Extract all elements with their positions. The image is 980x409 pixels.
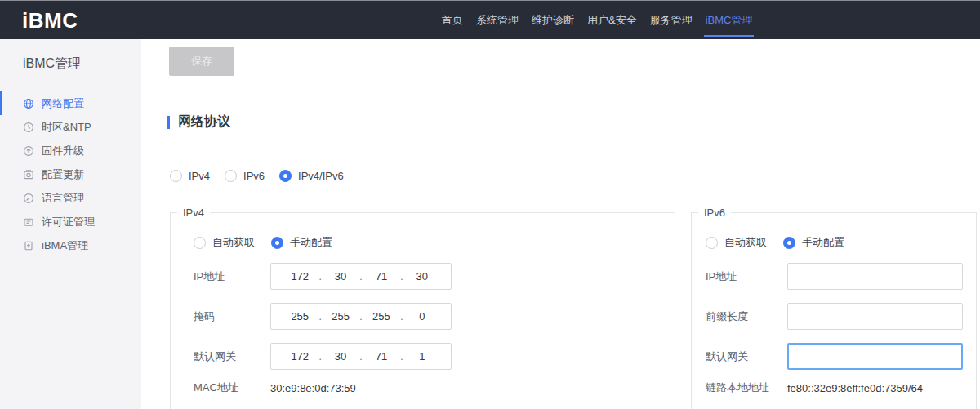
sidebar-item-label: 配置更新 — [42, 167, 84, 182]
radio-checked-icon — [271, 237, 283, 249]
sidebar-item-timezone-ntp[interactable]: 时区&NTP — [0, 115, 141, 139]
ipv4-mac-row: MAC地址 30:e9:8e:0d:73:59 — [171, 380, 675, 396]
ip-octet[interactable]: 71 — [363, 350, 401, 362]
sidebar: iBMC管理 网络配置 时区&NTP 固件升 — [0, 39, 141, 409]
nav-system-management[interactable]: 系统管理 — [476, 1, 519, 39]
ip-octet[interactable]: 172 — [281, 270, 319, 282]
sidebar-title: iBMC管理 — [23, 56, 141, 73]
sidebar-item-label: 固件升级 — [42, 144, 84, 158]
radio-ipv4[interactable]: IPv4 — [170, 170, 210, 182]
radio-label: 手动配置 — [802, 235, 844, 250]
ipv4-ip-label: IP地址 — [194, 269, 270, 284]
sidebar-item-label: 语言管理 — [42, 191, 84, 206]
nav-ibmc-management[interactable]: iBMC管理 — [706, 1, 753, 39]
top-nav: 首页 系统管理 维护诊断 用户&安全 服务管理 iBMC管理 — [442, 1, 752, 39]
globe-icon — [23, 98, 34, 109]
ipv4-gateway-input[interactable]: 172 . 30 . 71 . 1 — [270, 343, 452, 370]
section-title-bar — [167, 116, 170, 129]
sidebar-menu: 网络配置 时区&NTP 固件升级 配置更 — [0, 91, 141, 257]
radio-unchecked-icon — [194, 237, 206, 249]
radio-unchecked-icon — [225, 170, 237, 182]
top-header: iBMC 首页 系统管理 维护诊断 用户&安全 服务管理 iBMC管理 — [0, 0, 980, 39]
radio-unchecked-icon — [706, 237, 718, 249]
radio-label: 手动配置 — [290, 235, 332, 250]
radio-checked-icon — [279, 170, 292, 182]
radio-unchecked-icon — [170, 170, 182, 182]
ip-octet[interactable]: 172 — [281, 350, 319, 362]
ip-octet[interactable]: 255 — [281, 310, 319, 322]
sidebar-item-label: 许可证管理 — [42, 215, 95, 229]
app-logo[interactable]: iBMC — [22, 7, 78, 33]
radio-label: IPv6 — [243, 170, 265, 182]
save-button[interactable]: 保存 — [169, 47, 234, 76]
ip-octet[interactable]: 30 — [322, 350, 360, 362]
config-update-icon — [23, 169, 34, 180]
ipv4-panel: IPv4 自动获取 手动配置 IP地址 172 . 30 . 7 — [170, 207, 675, 409]
sidebar-item-language-management[interactable]: 语言管理 — [0, 186, 141, 210]
ip-octet[interactable]: 0 — [403, 310, 442, 322]
ip-octet[interactable]: 1 — [403, 350, 442, 362]
section-title-text: 网络协议 — [178, 113, 230, 131]
nav-user-security[interactable]: 用户&安全 — [587, 1, 637, 39]
radio-label: 自动获取 — [212, 235, 255, 250]
ipv6-radio-manual[interactable]: 手动配置 — [783, 235, 844, 250]
nav-home[interactable]: 首页 — [442, 1, 463, 39]
timezone-clock-icon — [23, 122, 34, 133]
ipv4-ip-row: IP地址 172 . 30 . 71 . 30 — [171, 263, 675, 290]
ipv6-gateway-input[interactable] — [787, 343, 963, 370]
upgrade-arrow-icon — [23, 145, 34, 157]
ipv4-mac-value: 30:e9:8e:0d:73:59 — [270, 382, 356, 394]
ip-octet[interactable]: 30 — [403, 270, 442, 282]
ipv4-gateway-label: 默认网关 — [194, 349, 270, 364]
radio-checked-icon — [783, 237, 795, 249]
ipv6-gateway-label: 默认网关 — [706, 349, 787, 364]
ipv4-legend: IPv4 — [177, 207, 210, 219]
sidebar-item-label: 时区&NTP — [42, 120, 91, 135]
ipv6-prefix-row: 前缀长度 — [692, 303, 976, 330]
ipv6-gateway-row: 默认网关 — [692, 343, 976, 370]
ipv6-ip-row: IP地址 — [692, 263, 976, 290]
ip-octet[interactable]: 71 — [363, 270, 401, 282]
sidebar-item-network-config[interactable]: 网络配置 — [0, 91, 141, 115]
sidebar-item-license-management[interactable]: 许可证管理 — [0, 210, 141, 233]
ipv6-link-local-label: 链路本地地址 — [706, 380, 787, 395]
sidebar-item-config-update[interactable]: 配置更新 — [0, 162, 141, 186]
radio-ipv6[interactable]: IPv6 — [225, 170, 265, 182]
ipv4-gateway-row: 默认网关 172 . 30 . 71 . 1 — [171, 343, 675, 370]
ipv4-mask-label: 掩码 — [194, 309, 270, 324]
protocol-radio-group: IPv4 IPv6 IPv4/IPv6 — [170, 170, 344, 182]
ipv6-mode-radio-group: 自动获取 手动配置 — [692, 235, 976, 250]
sidebar-item-ibma-management[interactable]: iBMA管理 — [0, 233, 141, 257]
ipv6-panel: IPv6 自动获取 手动配置 IP地址 前缀长度 默认 — [691, 207, 977, 409]
ipv6-ip-input[interactable] — [787, 263, 963, 290]
section-title: 网络协议 — [167, 113, 230, 131]
radio-ipv4-ipv6[interactable]: IPv4/IPv6 — [279, 170, 344, 182]
protocol-panels: IPv4 自动获取 手动配置 IP地址 172 . 30 . 7 — [170, 207, 977, 409]
ip-octet[interactable]: 255 — [322, 310, 360, 322]
ip-octet[interactable]: 30 — [322, 270, 360, 282]
nav-maintenance-diagnostics[interactable]: 维护诊断 — [532, 1, 574, 39]
ip-octet[interactable]: 255 — [363, 310, 401, 322]
language-icon — [23, 193, 34, 204]
ipv4-mask-input[interactable]: 255 . 255 . 255 . 0 — [270, 303, 452, 330]
nav-service-management[interactable]: 服务管理 — [650, 1, 693, 39]
ipv4-radio-auto[interactable]: 自动获取 — [194, 235, 255, 250]
radio-label: IPv4/IPv6 — [298, 170, 344, 182]
main-content: 保存 网络协议 IPv4 IPv6 IPv4/IPv6 IPv4 自动获取 — [141, 39, 980, 409]
ibma-document-icon — [23, 240, 34, 251]
ipv6-prefix-label: 前缀长度 — [706, 309, 787, 324]
ipv6-legend: IPv6 — [698, 207, 731, 219]
sidebar-item-firmware-upgrade[interactable]: 固件升级 — [0, 139, 141, 162]
ipv6-link-local-value: fe80::32e9:8eff:fe0d:7359/64 — [787, 382, 923, 394]
ipv4-radio-manual[interactable]: 手动配置 — [271, 235, 332, 250]
ipv6-ip-label: IP地址 — [706, 269, 787, 284]
ipv4-mode-radio-group: 自动获取 手动配置 — [171, 235, 675, 250]
radio-label: 自动获取 — [724, 235, 767, 250]
ipv6-prefix-input[interactable] — [787, 303, 963, 330]
ipv4-mask-row: 掩码 255 . 255 . 255 . 0 — [171, 303, 675, 330]
radio-label: IPv4 — [189, 170, 210, 182]
ipv6-radio-auto[interactable]: 自动获取 — [706, 235, 767, 250]
ipv4-ip-input[interactable]: 172 . 30 . 71 . 30 — [270, 263, 452, 290]
ipv6-link-local-row: 链路本地地址 fe80::32e9:8eff:fe0d:7359/64 — [692, 380, 976, 396]
sidebar-item-label: iBMA管理 — [42, 238, 88, 253]
